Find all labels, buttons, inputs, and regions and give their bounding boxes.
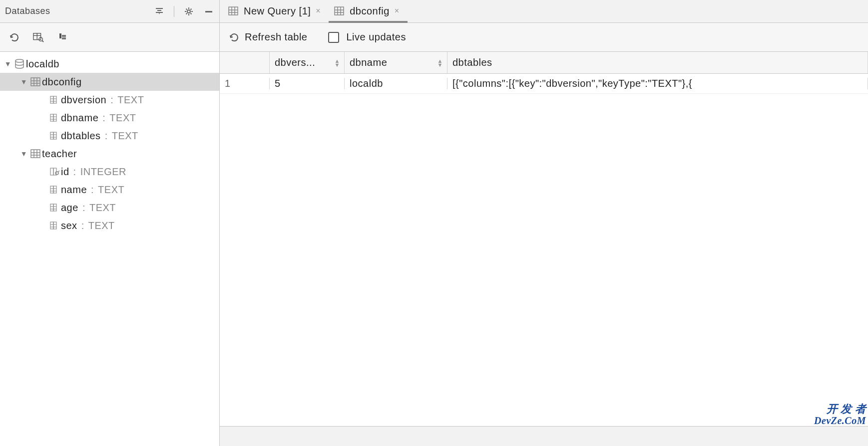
tree-column-node[interactable]: sex:TEXT <box>0 217 219 234</box>
column-name: id <box>61 166 69 178</box>
sort-icon[interactable]: ▲▼ <box>335 59 340 67</box>
column-type: TEXT <box>112 130 138 142</box>
tree-label: teacher <box>42 148 77 160</box>
primary-key-icon <box>48 167 61 176</box>
chevron-down-icon[interactable]: ▼ <box>3 60 13 68</box>
svg-rect-33 <box>50 168 53 175</box>
column-type: TEXT <box>109 112 136 124</box>
column-type: TEXT <box>89 202 116 214</box>
table-icon <box>334 6 345 16</box>
tree-table-node[interactable]: ▼teacher <box>0 145 219 163</box>
chevron-down-icon[interactable]: ▼ <box>19 150 29 158</box>
svg-rect-37 <box>50 186 53 193</box>
filter-icon[interactable] <box>154 6 165 17</box>
svg-rect-21 <box>53 114 56 121</box>
live-updates-label: Live updates <box>346 31 406 43</box>
refresh-table-button[interactable]: Refresh table <box>229 31 307 43</box>
column-type: INTEGER <box>80 166 126 178</box>
watermark-line2: DevZe.CoM <box>814 415 866 426</box>
tree-column-node[interactable]: id:INTEGER <box>0 163 219 181</box>
watermark-line1: 开 发 者 <box>814 403 866 415</box>
column-type: TEXT <box>98 184 124 196</box>
svg-line-6 <box>42 40 43 42</box>
left-toolbar <box>0 23 219 52</box>
separator <box>174 6 174 17</box>
svg-rect-25 <box>53 132 56 139</box>
refresh-icon[interactable] <box>9 32 20 43</box>
table-row[interactable]: 15localdb[{"columns":[{"key":"dbversion"… <box>220 74 868 94</box>
close-icon[interactable]: × <box>395 6 400 15</box>
column-header-label: dbtables <box>452 57 492 68</box>
tree-column-node[interactable]: dbname:TEXT <box>0 109 219 127</box>
table-cell[interactable]: 5 <box>270 78 345 89</box>
svg-point-10 <box>15 59 23 62</box>
column-header[interactable]: dbname▲▼ <box>345 52 447 73</box>
tree-column-node[interactable]: dbtables:TEXT <box>0 127 219 145</box>
watermark: 开 发 者 DevZe.CoM <box>814 403 866 426</box>
grid-header-row: dbvers...▲▼dbname▲▼dbtables <box>220 52 868 74</box>
column-name: dbname <box>61 112 98 124</box>
databases-panel: Databases <box>0 0 220 446</box>
column-name: dbversion <box>61 94 106 106</box>
column-type: TEXT <box>117 94 144 106</box>
svg-rect-11 <box>31 78 40 86</box>
tabs-bar: New Query [1]×dbconfig× <box>220 0 868 23</box>
panel-header: Databases <box>0 0 219 23</box>
table-cell[interactable]: [{"columns":[{"key":"dbversion","keyType… <box>447 78 868 89</box>
svg-rect-16 <box>50 96 53 103</box>
column-icon <box>48 221 61 230</box>
svg-rect-46 <box>53 222 56 229</box>
chevron-down-icon[interactable]: ▼ <box>19 78 29 86</box>
column-header[interactable]: dbvers...▲▼ <box>270 52 345 73</box>
minimize-icon[interactable] <box>203 6 214 17</box>
svg-rect-38 <box>53 186 56 193</box>
table-search-icon[interactable] <box>33 32 44 43</box>
tree-column-node[interactable]: dbversion:TEXT <box>0 91 219 109</box>
svg-rect-49 <box>229 7 238 15</box>
table-icon <box>29 77 42 87</box>
close-icon[interactable]: × <box>316 6 321 15</box>
tree-table-node[interactable]: ▼dbconfig <box>0 73 219 91</box>
column-name: name <box>61 184 87 196</box>
table-cell[interactable]: localdb <box>345 78 447 89</box>
column-type: TEXT <box>88 220 115 231</box>
svg-rect-17 <box>53 96 56 103</box>
tree-column-node[interactable]: age:TEXT <box>0 199 219 217</box>
database-tree: ▼ localdb ▼dbconfigdbversion:TEXTdbname:… <box>0 52 219 446</box>
column-header[interactable]: dbtables <box>447 52 868 73</box>
row-number-header <box>220 52 270 73</box>
column-name: age <box>61 202 78 214</box>
column-icon <box>48 203 61 212</box>
refresh-label: Refresh table <box>245 31 307 43</box>
gear-icon[interactable] <box>183 6 194 17</box>
table-icon <box>29 149 42 159</box>
data-grid: dbvers...▲▼dbname▲▼dbtables 15localdb[{"… <box>220 52 868 426</box>
panel-title: Databases <box>5 6 154 16</box>
svg-point-0 <box>187 10 190 13</box>
status-bar <box>220 426 868 446</box>
sort-icon[interactable]: ▲▼ <box>437 59 443 67</box>
table-icon <box>228 6 239 16</box>
svg-rect-45 <box>50 222 53 229</box>
column-header-label: dbvers... <box>275 57 315 68</box>
app-root: Databases <box>0 0 868 446</box>
refresh-icon <box>229 32 240 43</box>
right-toolbar: Refresh table Live updates <box>220 23 868 52</box>
column-icon <box>48 95 61 104</box>
keep-open-icon[interactable] <box>57 32 68 43</box>
tree-db-node[interactable]: ▼ localdb <box>0 55 219 73</box>
svg-rect-7 <box>59 33 61 38</box>
tab-label: dbconfig <box>350 5 390 17</box>
svg-rect-54 <box>335 7 344 15</box>
svg-rect-28 <box>31 150 40 158</box>
editor-tab[interactable]: New Query [1]× <box>223 0 329 22</box>
tree-column-node[interactable]: name:TEXT <box>0 181 219 199</box>
editor-tab[interactable]: dbconfig× <box>329 0 407 22</box>
svg-line-36 <box>58 171 59 172</box>
svg-rect-41 <box>50 204 53 211</box>
svg-rect-9 <box>62 37 66 39</box>
column-icon <box>48 131 61 140</box>
column-name: dbtables <box>61 130 101 142</box>
svg-rect-24 <box>50 132 53 139</box>
live-updates-checkbox[interactable] <box>328 32 339 43</box>
